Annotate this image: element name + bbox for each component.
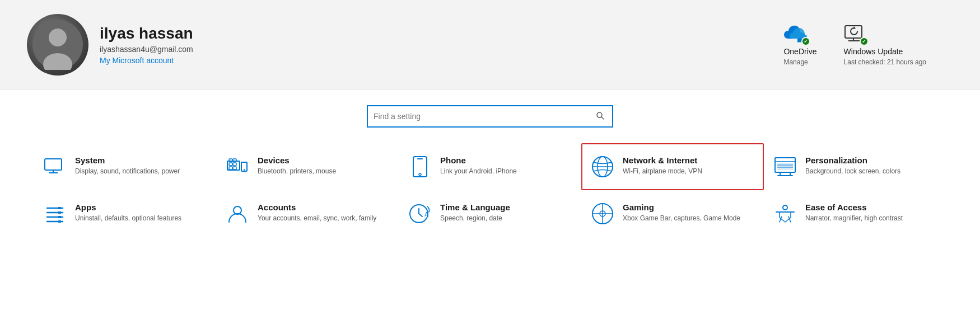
settings-item-devices[interactable]: Devices Bluetooth, printers, mouse (216, 143, 399, 190)
onedrive-label: OneDrive (783, 47, 816, 56)
svg-point-46 (783, 205, 787, 210)
settings-item-ease[interactable]: Ease of Access Narrator, magnifier, high… (764, 190, 946, 237)
settings-item-phone[interactable]: Phone Link your Android, iPhone (399, 143, 581, 190)
phone-title: Phone (440, 156, 517, 165)
svg-rect-36 (58, 220, 61, 223)
time-icon: A (409, 202, 431, 225)
personalization-icon (774, 156, 796, 178)
windows-update-sublabel: Last checked: 21 hours ago (844, 58, 926, 66)
search-box[interactable] (367, 105, 613, 128)
ease-subtitle: Narrator, magnifier, high contrast (805, 214, 903, 223)
svg-rect-13 (233, 163, 236, 166)
profile-info: ilyas hassan ilyashassan4u@gmail.com My … (100, 25, 193, 65)
svg-rect-15 (233, 167, 236, 169)
profile-section: ilyas hassan ilyashassan4u@gmail.com My … (27, 14, 783, 76)
svg-rect-34 (58, 211, 61, 214)
phone-text: Phone Link your Android, iPhone (440, 156, 517, 176)
settings-grid: System Display, sound, notifications, po… (0, 139, 980, 251)
gaming-icon (591, 202, 614, 225)
ease-icon (774, 202, 796, 225)
svg-rect-6 (45, 159, 62, 170)
header-status-icons: OneDrive Manage Windows Update Last chec… (783, 23, 953, 66)
settings-item-personalization[interactable]: Personalization Background, lock screen,… (764, 143, 946, 190)
system-title: System (75, 156, 180, 165)
personalization-subtitle: Background, lock screen, colors (805, 167, 900, 176)
network-subtitle: Wi-Fi, airplane mode, VPN (623, 167, 702, 176)
settings-item-gaming[interactable]: Gaming Xbox Game Bar, captures, Game Mod… (581, 190, 764, 237)
search-input[interactable] (374, 112, 594, 121)
search-icon (596, 112, 604, 120)
search-area (0, 90, 980, 139)
gaming-text: Gaming Xbox Game Bar, captures, Game Mod… (623, 202, 740, 223)
ease-title: Ease of Access (805, 202, 903, 212)
main-content: System Display, sound, notifications, po… (0, 90, 980, 325)
network-text: Network & Internet Wi-Fi, airplane mode,… (623, 156, 702, 176)
windows-update-icon-row (844, 23, 865, 45)
personalization-title: Personalization (805, 156, 900, 165)
apps-icon (44, 202, 66, 225)
windows-update-label: Windows Update (844, 47, 903, 56)
windows-update-status[interactable]: Windows Update Last checked: 21 hours ag… (844, 23, 926, 66)
avatar (27, 14, 88, 76)
apps-title: Apps (75, 202, 181, 212)
settings-item-system[interactable]: System Display, sound, notifications, po… (34, 143, 216, 190)
header-banner: ilyas hassan ilyashassan4u@gmail.com My … (0, 0, 980, 90)
network-title: Network & Internet (623, 156, 702, 165)
onedrive-status-badge (801, 37, 810, 46)
time-subtitle: Speech, region, date (440, 214, 510, 223)
profile-email: ilyashassan4u@gmail.com (100, 45, 193, 54)
microsoft-account-link[interactable]: My Microsoft account (100, 56, 193, 65)
search-button[interactable] (594, 112, 606, 121)
personalization-text: Personalization Background, lock screen,… (805, 156, 900, 176)
gaming-subtitle: Xbox Game Bar, captures, Game Mode (623, 214, 740, 223)
system-text: System Display, sound, notifications, po… (75, 156, 180, 176)
accounts-title: Accounts (258, 202, 376, 212)
svg-point-37 (234, 206, 241, 214)
svg-rect-33 (58, 207, 61, 209)
onedrive-status[interactable]: OneDrive Manage (783, 23, 816, 66)
ease-text: Ease of Access Narrator, magnifier, high… (805, 202, 903, 223)
time-title: Time & Language (440, 202, 510, 212)
svg-line-40 (419, 214, 422, 216)
update-status-badge (860, 37, 869, 46)
settings-item-network[interactable]: Network & Internet Wi-Fi, airplane mode,… (581, 143, 764, 190)
svg-rect-10 (229, 159, 232, 162)
devices-icon (226, 156, 249, 178)
accounts-subtitle: Your accounts, email, sync, work, family (258, 214, 376, 223)
svg-rect-26 (777, 163, 793, 170)
svg-text:A: A (424, 211, 429, 218)
svg-line-5 (601, 117, 604, 119)
svg-point-1 (49, 29, 67, 46)
svg-rect-14 (229, 167, 232, 169)
phone-subtitle: Link your Android, iPhone (440, 167, 517, 176)
accounts-icon (226, 202, 249, 225)
svg-rect-12 (229, 163, 232, 166)
gaming-title: Gaming (623, 202, 740, 212)
system-icon (44, 156, 66, 178)
svg-rect-35 (58, 216, 61, 218)
network-icon (591, 156, 614, 178)
devices-title: Devices (258, 156, 336, 165)
settings-item-accounts[interactable]: Accounts Your accounts, email, sync, wor… (216, 190, 399, 237)
settings-item-time[interactable]: A Time & Language Speech, region, date (399, 190, 581, 237)
apps-subtitle: Uninstall, defaults, optional features (75, 214, 181, 223)
system-subtitle: Display, sound, notifications, power (75, 167, 180, 176)
onedrive-sublabel: Manage (783, 58, 808, 66)
svg-point-20 (419, 173, 421, 176)
profile-name: ilyas hassan (100, 25, 193, 43)
time-text: Time & Language Speech, region, date (440, 202, 510, 223)
onedrive-icon-row (783, 23, 807, 45)
svg-rect-11 (233, 159, 236, 162)
settings-item-apps[interactable]: Apps Uninstall, defaults, optional featu… (34, 190, 216, 237)
phone-icon (409, 156, 431, 178)
apps-text: Apps Uninstall, defaults, optional featu… (75, 202, 181, 223)
devices-text: Devices Bluetooth, printers, mouse (258, 156, 336, 176)
accounts-text: Accounts Your accounts, email, sync, wor… (258, 202, 376, 223)
devices-subtitle: Bluetooth, printers, mouse (258, 167, 336, 176)
